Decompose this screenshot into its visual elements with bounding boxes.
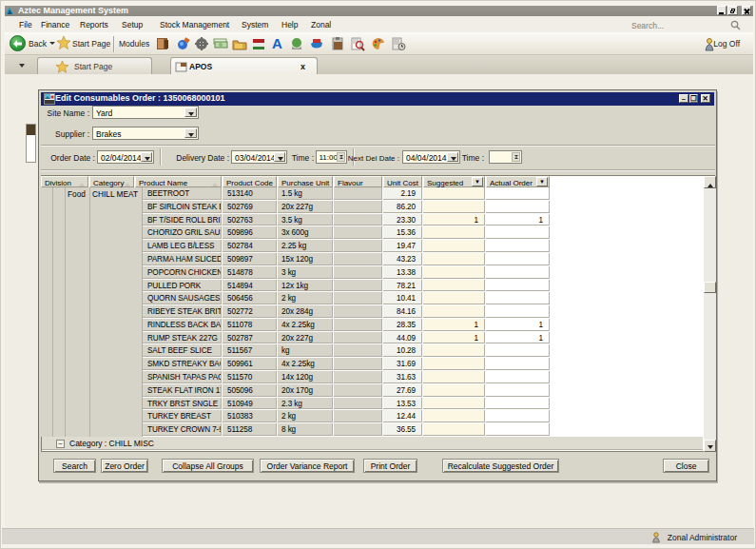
svg-text:A: A	[272, 36, 282, 51]
